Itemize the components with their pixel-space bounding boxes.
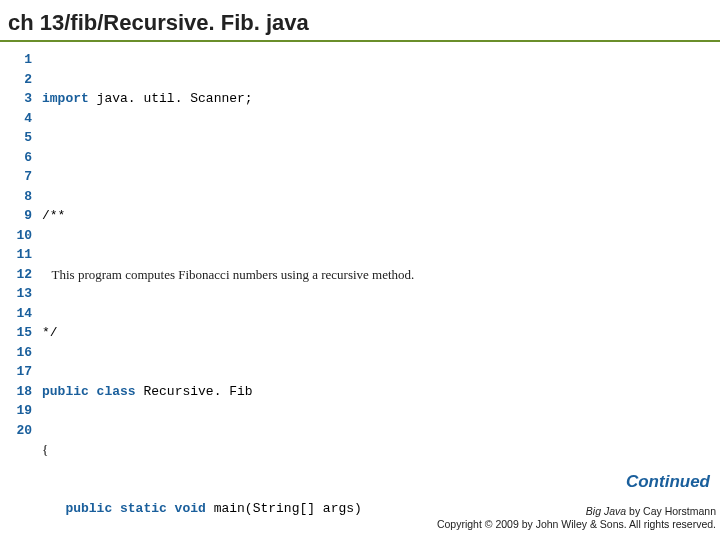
- code-text: Recursive. Fib: [136, 384, 253, 399]
- code-text: main(String[] args): [206, 501, 362, 516]
- slide-title: ch 13/fib/Recursive. Fib. java: [0, 0, 720, 42]
- line-number: 10: [14, 226, 32, 246]
- author-name: by Cay Horstmann: [626, 505, 716, 517]
- line-number: 19: [14, 401, 32, 421]
- continued-label: Continued: [626, 472, 710, 492]
- line-number: 14: [14, 304, 32, 324]
- indent: [42, 501, 65, 516]
- code-line: /**: [42, 206, 712, 226]
- keyword: public class: [42, 384, 136, 399]
- code-block: 1 2 3 4 5 6 7 8 9 10 11 12 13 14 15 16 1…: [0, 42, 720, 540]
- line-number: 11: [14, 245, 32, 265]
- line-number: 20: [14, 421, 32, 441]
- line-number: 9: [14, 206, 32, 226]
- code-line: */: [42, 323, 712, 343]
- line-number: 12: [14, 265, 32, 285]
- line-number: 18: [14, 382, 32, 402]
- line-number: 15: [14, 323, 32, 343]
- code-line: import java. util. Scanner;: [42, 89, 712, 109]
- comment-text: This program computes Fibonacci numbers …: [42, 267, 414, 282]
- copyright-text: Copyright © 2009 by John Wiley & Sons. A…: [437, 518, 716, 532]
- code-line: public class Recursive. Fib: [42, 382, 712, 402]
- line-number: 8: [14, 187, 32, 207]
- keyword: import: [42, 91, 89, 106]
- code-line: [42, 148, 712, 168]
- code-line: This program computes Fibonacci numbers …: [42, 265, 712, 285]
- line-number: 3: [14, 89, 32, 109]
- brace: {: [42, 442, 48, 457]
- line-number-gutter: 1 2 3 4 5 6 7 8 9 10 11 12 13 14 15 16 1…: [14, 50, 42, 540]
- code-line: {: [42, 440, 712, 460]
- line-number: 6: [14, 148, 32, 168]
- slide-footer: Big Java by Cay Horstmann Copyright © 20…: [437, 505, 716, 532]
- comment-open: /**: [42, 208, 65, 223]
- line-number: 17: [14, 362, 32, 382]
- line-number: 7: [14, 167, 32, 187]
- line-number: 1: [14, 50, 32, 70]
- footer-line-1: Big Java by Cay Horstmann: [437, 505, 716, 519]
- line-number: 2: [14, 70, 32, 90]
- keyword: public static void: [65, 501, 205, 516]
- code-content: import java. util. Scanner; /** This pro…: [42, 50, 712, 540]
- line-number: 5: [14, 128, 32, 148]
- line-number: 4: [14, 109, 32, 129]
- comment-close: */: [42, 325, 58, 340]
- book-title: Big Java: [586, 505, 626, 517]
- line-number: 13: [14, 284, 32, 304]
- line-number: 16: [14, 343, 32, 363]
- code-text: java. util. Scanner;: [89, 91, 253, 106]
